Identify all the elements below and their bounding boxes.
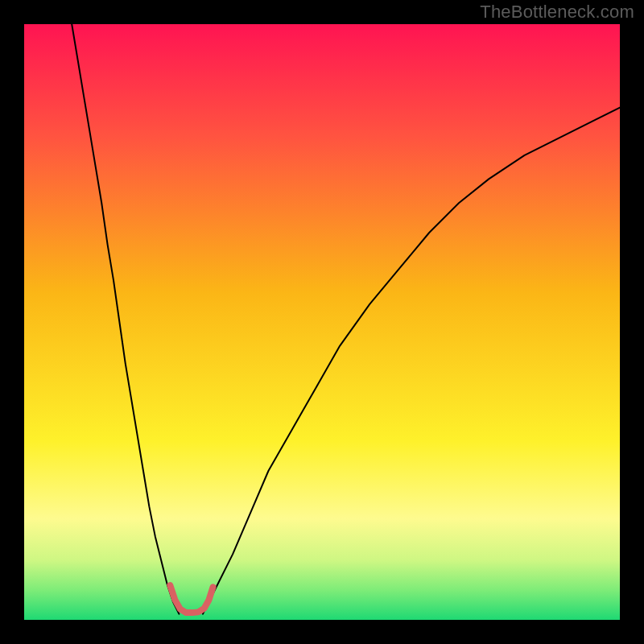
chart-plot [24,24,620,620]
gradient-background [24,24,620,620]
watermark-text: TheBottleneck.com [480,2,634,23]
chart-frame: TheBottleneck.com [0,0,644,644]
